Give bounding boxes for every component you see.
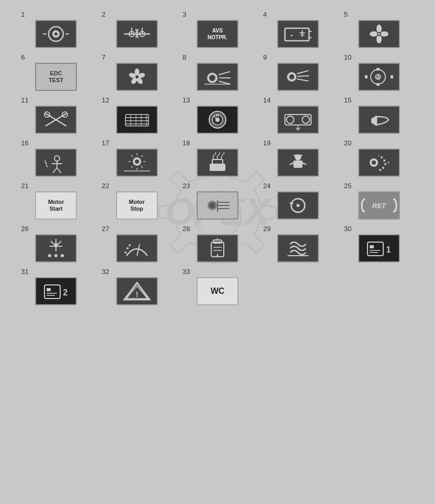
item-19: 19 <box>259 139 337 177</box>
svg-line-90 <box>141 166 143 168</box>
icon-box-8 <box>197 63 238 91</box>
item-13: 13 H <box>178 96 257 134</box>
svg-line-94 <box>131 155 133 157</box>
svg-text:-: - <box>291 30 293 39</box>
row-7: 31 2 32 <box>16 268 419 305</box>
svg-text:RET: RET <box>372 202 386 210</box>
item-number: 9 <box>259 53 267 61</box>
item-25: 25 RET <box>340 182 418 220</box>
item-number: 6 <box>17 53 25 61</box>
icon-box-31: 2 <box>35 277 77 305</box>
item-23: 23 <box>178 182 257 220</box>
icon-box-29 <box>277 234 319 262</box>
row-4: 16 17 <box>16 139 419 177</box>
icon-box-9 <box>277 63 319 91</box>
svg-line-125 <box>51 241 54 244</box>
item-number: 32 <box>98 268 109 276</box>
edc-label: EDCTEST <box>49 70 63 84</box>
svg-point-40 <box>209 75 215 81</box>
icon-box-11 <box>35 106 77 134</box>
icon-box-4: - + <box>277 20 319 48</box>
item-number: 19 <box>259 139 270 147</box>
item-number: 12 <box>98 96 109 104</box>
svg-point-133 <box>124 251 127 254</box>
item-18: 18 <box>178 139 257 177</box>
icon-box-2 <box>116 20 158 48</box>
svg-rect-146 <box>44 285 60 299</box>
wc-label: WC <box>211 287 225 296</box>
svg-line-43 <box>219 81 230 84</box>
icon-box-19 <box>277 148 319 177</box>
item-15: 15 <box>340 96 418 134</box>
item-6: 6 EDCTEST <box>17 53 95 91</box>
svg-point-27 <box>380 31 388 37</box>
item-number: 3 <box>178 10 186 18</box>
svg-point-103 <box>372 161 376 165</box>
svg-line-109 <box>378 155 379 156</box>
item-number: 8 <box>178 53 186 61</box>
svg-point-130 <box>61 254 64 257</box>
svg-rect-52 <box>376 68 380 71</box>
item-number: 11 <box>17 96 28 104</box>
svg-line-88 <box>141 155 143 157</box>
item-1: 1 <box>17 10 95 48</box>
item-16: 16 <box>17 139 95 177</box>
item-number: 7 <box>98 53 106 61</box>
row-5: 21 MotorStart 22 MotorStop 23 <box>16 182 419 220</box>
icon-box-13: H <box>197 106 238 134</box>
icon-box-30: 1 <box>358 234 400 262</box>
svg-rect-141 <box>368 242 383 256</box>
svg-line-84 <box>57 168 61 173</box>
item-number: 10 <box>340 53 351 61</box>
icon-box-17 <box>116 148 158 177</box>
svg-point-119 <box>296 204 300 207</box>
svg-point-38 <box>135 75 139 78</box>
item-10: 10 4 <box>340 53 418 91</box>
item-9: 9 <box>259 53 337 91</box>
svg-rect-18 <box>285 28 309 41</box>
item-number: 27 <box>98 225 109 233</box>
item-number: 23 <box>178 182 190 190</box>
item-2: 2 <box>98 10 176 48</box>
svg-point-106 <box>384 163 386 165</box>
item-33: 33 WC <box>178 268 257 305</box>
icon-box-18 <box>197 148 238 177</box>
icon-box-28 <box>197 234 238 262</box>
svg-rect-54 <box>365 75 368 78</box>
svg-rect-142 <box>370 245 374 248</box>
svg-line-41 <box>219 72 230 75</box>
svg-point-108 <box>379 169 381 171</box>
svg-point-28 <box>376 35 382 43</box>
icon-box-23 <box>197 191 238 220</box>
icon-box-16 <box>35 148 77 177</box>
icon-box-20 <box>358 148 400 177</box>
svg-point-4 <box>54 32 58 36</box>
svg-point-80 <box>54 156 60 161</box>
icon-box-27 <box>116 234 158 262</box>
svg-point-29 <box>370 31 378 37</box>
icon-box-24 <box>277 191 319 220</box>
item-28: 28 <box>178 225 257 262</box>
item-number: 14 <box>259 96 270 104</box>
svg-line-48 <box>297 76 309 76</box>
icon-box-21: MotorStart <box>35 191 77 220</box>
svg-text:2: 2 <box>63 288 68 297</box>
item-number: 16 <box>17 139 28 147</box>
motor-start-label: MotorStart <box>48 199 64 212</box>
item-4: 4 - + <box>259 10 337 48</box>
item-number: 25 <box>340 182 351 190</box>
item-number: 18 <box>178 139 190 147</box>
item-14: 14 <box>259 96 337 134</box>
row-6: 26 <box>16 225 419 262</box>
icon-box-12 <box>116 106 158 134</box>
icon-box-25: RET <box>358 191 400 220</box>
svg-point-134 <box>129 244 131 246</box>
item-24: 24 <box>259 182 337 220</box>
item-31: 31 2 <box>17 268 95 305</box>
item-number: 4 <box>259 10 267 18</box>
item-number: 1 <box>17 10 25 18</box>
icon-box-33: WC <box>197 277 238 305</box>
item-3: 3 AVSNOTPR. <box>178 10 257 48</box>
item-number: 20 <box>340 139 351 147</box>
item-number: 28 <box>178 225 190 233</box>
